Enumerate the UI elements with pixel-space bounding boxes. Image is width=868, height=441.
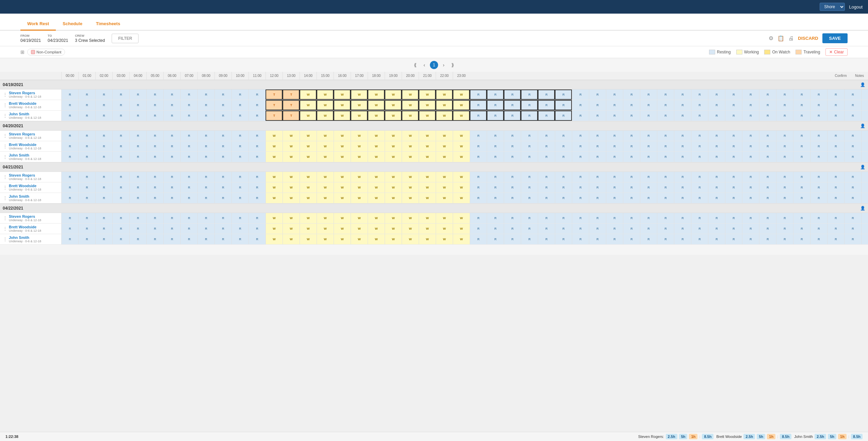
cell-38[interactable]: R [708, 100, 725, 110]
cell-44[interactable]: R [810, 193, 827, 203]
cell-23[interactable]: W [453, 224, 470, 234]
cell-34[interactable]: R [640, 89, 657, 100]
cell-33[interactable]: R [623, 152, 640, 162]
row-menu-icon[interactable]: ⋮ [3, 174, 7, 180]
cell-27[interactable]: R [521, 152, 538, 162]
cell-21[interactable]: W [419, 182, 436, 193]
cell-41[interactable]: R [759, 89, 776, 100]
cell-3[interactable]: R [112, 234, 129, 244]
cell-2[interactable]: R [95, 100, 112, 110]
cell-7[interactable]: R [180, 213, 197, 223]
cell-24[interactable]: R [470, 89, 487, 100]
cell-21[interactable]: W [419, 141, 436, 151]
cell-47[interactable]: R [861, 234, 868, 244]
cell-24[interactable]: R [470, 213, 487, 223]
cell-6[interactable]: R [163, 89, 180, 100]
cell-35[interactable]: R [657, 141, 674, 151]
cell-44[interactable]: R [810, 172, 827, 182]
cell-24[interactable]: R [470, 152, 487, 162]
cell-42[interactable]: R [776, 100, 793, 110]
cell-1[interactable]: R [78, 89, 95, 100]
cell-11[interactable]: R [248, 111, 266, 121]
cell-27[interactable]: R [521, 182, 538, 193]
logout-button[interactable]: Logout [849, 4, 863, 10]
cell-6[interactable]: R [163, 182, 180, 193]
prev-page-button[interactable]: ‹ [421, 62, 427, 68]
cell-33[interactable]: R [623, 141, 640, 151]
cell-33[interactable]: R [623, 111, 640, 121]
tab-schedule[interactable]: Schedule [56, 18, 89, 31]
cell-45[interactable]: R [827, 111, 844, 121]
cell-3[interactable]: R [112, 172, 129, 182]
tab-work-rest[interactable]: Work Rest [20, 18, 56, 31]
cell-9[interactable]: R [214, 193, 231, 203]
cell-24[interactable]: R [470, 234, 487, 244]
cell-2[interactable]: R [95, 213, 112, 223]
cell-11[interactable]: R [248, 234, 266, 244]
cell-22[interactable]: W [436, 234, 453, 244]
cell-28[interactable]: R [538, 193, 555, 203]
cell-17[interactable]: W [351, 100, 368, 110]
cell-11[interactable]: R [248, 141, 266, 151]
cell-3[interactable]: R [112, 89, 129, 100]
cell-33[interactable]: R [623, 193, 640, 203]
cell-42[interactable]: R [776, 234, 793, 244]
cell-17[interactable]: W [351, 152, 368, 162]
cell-9[interactable]: R [214, 182, 231, 193]
cell-19[interactable]: W [385, 131, 402, 141]
cell-44[interactable]: R [810, 141, 827, 151]
cell-30[interactable]: R [572, 131, 589, 141]
cell-32[interactable]: R [606, 193, 623, 203]
cell-42[interactable]: R [776, 172, 793, 182]
cell-12[interactable]: T [266, 100, 283, 110]
cell-17[interactable]: W [351, 131, 368, 141]
cell-0[interactable]: R [61, 152, 78, 162]
cell-41[interactable]: R [759, 193, 776, 203]
cell-28[interactable]: R [538, 213, 555, 223]
cell-31[interactable]: R [589, 193, 606, 203]
cell-36[interactable]: R [674, 152, 691, 162]
cell-9[interactable]: R [214, 172, 231, 182]
cell-1[interactable]: R [78, 234, 95, 244]
cell-23[interactable]: W [453, 152, 470, 162]
cell-21[interactable]: W [419, 131, 436, 141]
cell-11[interactable]: R [248, 100, 266, 110]
cell-39[interactable]: R [725, 213, 742, 223]
cell-20[interactable]: W [402, 111, 419, 121]
cell-15[interactable]: W [317, 172, 334, 182]
cell-35[interactable]: R [657, 89, 674, 100]
cell-37[interactable]: R [691, 224, 708, 234]
cell-0[interactable]: R [61, 224, 78, 234]
row-menu-icon[interactable]: ⋮ [3, 236, 7, 242]
cell-3[interactable]: R [112, 213, 129, 223]
cell-5[interactable]: R [146, 172, 163, 182]
cell-34[interactable]: R [640, 131, 657, 141]
cell-4[interactable]: R [129, 234, 146, 244]
cell-40[interactable]: R [742, 234, 759, 244]
cell-42[interactable]: R [776, 111, 793, 121]
cell-21[interactable]: W [419, 111, 436, 121]
row-menu-icon[interactable]: ⋮ [3, 226, 7, 231]
cell-5[interactable]: R [146, 193, 163, 203]
cell-43[interactable]: R [793, 182, 810, 193]
row-menu-icon[interactable]: ⋮ [3, 144, 7, 149]
cell-9[interactable]: R [214, 141, 231, 151]
cell-43[interactable]: R [793, 213, 810, 223]
cell-45[interactable]: R [827, 224, 844, 234]
row-menu-icon[interactable]: ⋮ [3, 195, 7, 201]
cell-24[interactable]: R [470, 172, 487, 182]
cell-9[interactable]: R [214, 152, 231, 162]
cell-25[interactable]: R [487, 182, 504, 193]
discard-button[interactable]: DISCARD [798, 36, 818, 41]
cell-33[interactable]: R [623, 89, 640, 100]
cell-42[interactable]: R [776, 213, 793, 223]
cell-42[interactable]: R [776, 141, 793, 151]
cell-1[interactable]: R [78, 172, 95, 182]
cell-5[interactable]: R [146, 100, 163, 110]
cell-34[interactable]: R [640, 193, 657, 203]
cell-22[interactable]: W [436, 182, 453, 193]
cell-40[interactable]: R [742, 141, 759, 151]
cell-29[interactable]: R [555, 182, 572, 193]
cell-7[interactable]: R [180, 193, 197, 203]
cell-36[interactable]: R [674, 172, 691, 182]
